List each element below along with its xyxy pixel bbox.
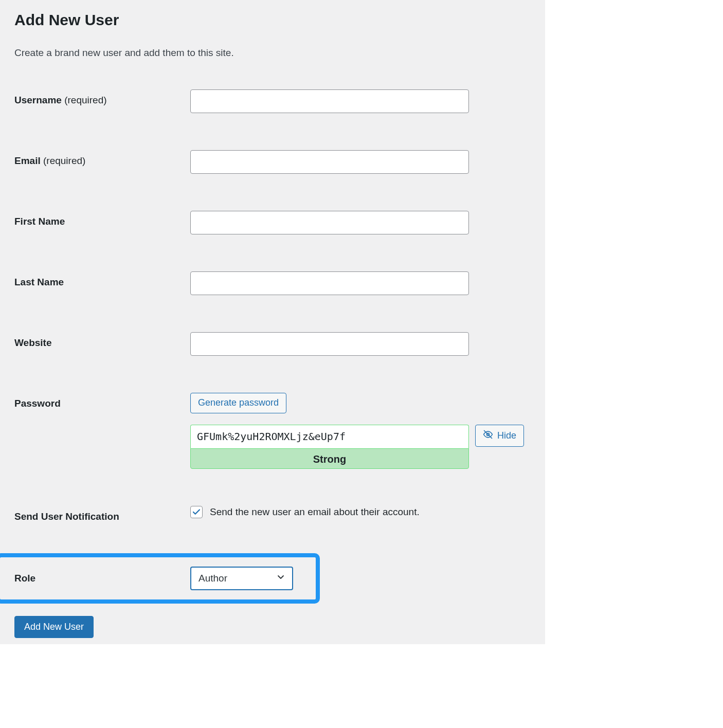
- send-notification-checkbox[interactable]: [190, 506, 203, 518]
- role-select[interactable]: Author: [190, 567, 293, 590]
- email-label-text: Email: [14, 155, 43, 166]
- send-notification-text: Send the new user an email about their a…: [210, 506, 420, 518]
- website-label: Website: [14, 332, 190, 349]
- page-description: Create a brand new user and add them to …: [14, 47, 545, 59]
- username-required-text: (required): [64, 95, 106, 105]
- password-label: Password: [14, 393, 190, 409]
- username-input[interactable]: [190, 89, 469, 113]
- password-input[interactable]: [190, 425, 469, 448]
- username-label: Username (required): [14, 89, 190, 106]
- username-label-text: Username: [14, 95, 64, 105]
- email-input[interactable]: [190, 150, 469, 174]
- role-selected-value: Author: [198, 573, 227, 584]
- chevron-down-icon: [276, 572, 286, 585]
- eye-slash-icon: [483, 429, 493, 443]
- role-highlight-box: Role Author: [0, 553, 320, 604]
- add-new-user-button[interactable]: Add New User: [14, 616, 94, 638]
- email-required-text: (required): [43, 155, 85, 166]
- hide-password-label: Hide: [497, 430, 516, 442]
- generate-password-button[interactable]: Generate password: [190, 393, 286, 413]
- send-notification-label: Send User Notification: [14, 506, 190, 522]
- first-name-input[interactable]: [190, 211, 469, 234]
- page-title: Add New User: [14, 11, 545, 29]
- password-strength-indicator: Strong: [190, 448, 469, 469]
- last-name-label: Last Name: [14, 271, 190, 288]
- hide-password-button[interactable]: Hide: [475, 425, 524, 447]
- first-name-label: First Name: [14, 211, 190, 227]
- email-label: Email (required): [14, 150, 190, 167]
- website-input[interactable]: [190, 332, 469, 356]
- check-icon: [192, 507, 201, 517]
- last-name-input[interactable]: [190, 271, 469, 295]
- role-label: Role: [14, 573, 190, 584]
